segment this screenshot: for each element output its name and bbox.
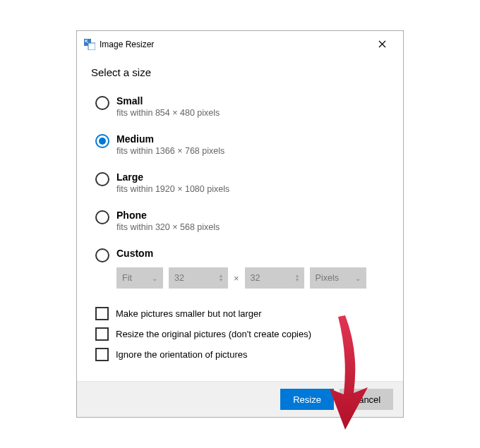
close-button[interactable] [368,35,396,54]
image-resizer-dialog: Image Resizer Select a size Small fits w… [76,30,404,418]
unit-value: Pixels [316,273,339,283]
radio-text: Small fits within 854 × 480 pixels [116,95,220,118]
chevron-down-icon: ⌄ [152,274,157,282]
checkbox-resize-original[interactable]: Resize the original pictures (don't crea… [95,327,389,341]
checkbox-ignore-orientation[interactable]: Ignore the orientation of pictures [95,348,389,361]
radio-text: Medium fits within 1366 × 768 pixels [116,133,224,156]
app-icon [84,39,95,50]
chevron-down-icon: ⌄ [355,274,361,282]
unit-select[interactable]: Pixels ⌄ [310,267,366,289]
radio-text: Phone fits within 320 × 568 pixels [116,210,220,232]
height-value: 32 [251,273,260,283]
checkbox-label: Ignore the orientation of pictures [116,349,247,360]
option-label: Medium [116,133,224,145]
custom-size-controls: Fit ⌄ 32 ▴▾ × 32 ▴▾ Pixels ⌄ [116,267,389,289]
radio-text: Large fits within 1920 × 1080 pixels [116,171,229,194]
checkbox-label: Resize the original pictures (don't crea… [116,329,311,339]
fit-mode-value: Fit [122,273,132,283]
svg-rect-1 [88,43,95,50]
radio-option-medium[interactable]: Medium fits within 1366 × 768 pixels [95,133,389,156]
radio-icon [95,96,109,110]
close-icon [378,39,386,50]
dialog-content: Select a size Small fits within 854 × 48… [77,54,403,381]
option-label: Large [116,171,229,183]
checkbox-smaller-only[interactable]: Make pictures smaller but not larger [95,307,389,320]
resize-button[interactable]: Resize [280,389,334,410]
page-title: Select a size [91,66,389,78]
radio-icon [95,248,109,262]
checkbox-icon [95,327,109,341]
width-value: 32 [174,273,184,283]
option-label: Phone [116,210,220,221]
checkbox-label: Make pictures smaller but not larger [116,308,262,319]
option-label: Small [116,95,220,107]
option-description: fits within 854 × 480 pixels [116,108,220,118]
app-title: Image Resizer [100,40,368,49]
titlebar: Image Resizer [77,31,403,54]
option-description: fits within 320 × 568 pixels [116,222,220,232]
option-description: fits within 1920 × 1080 pixels [116,184,229,194]
radio-icon [95,210,109,224]
times-separator: × [234,273,239,284]
button-bar: Resize Cancel [77,381,403,417]
radio-option-small[interactable]: Small fits within 854 × 480 pixels [95,95,389,118]
radio-option-phone[interactable]: Phone fits within 320 × 568 pixels [95,210,389,232]
checkbox-icon [95,348,109,361]
stepper-icon: ▴▾ [296,274,299,282]
height-input[interactable]: 32 ▴▾ [245,267,304,289]
radio-icon [95,172,109,186]
stepper-icon: ▴▾ [220,274,222,282]
option-label: Custom [116,248,153,259]
width-input[interactable]: 32 ▴▾ [169,267,228,289]
option-description: fits within 1366 × 768 pixels [116,146,224,156]
radio-icon [95,134,109,148]
cancel-button[interactable]: Cancel [340,389,393,410]
fit-mode-select[interactable]: Fit ⌄ [116,267,163,289]
size-options-group: Small fits within 854 × 480 pixels Mediu… [95,95,389,289]
radio-text: Custom [116,248,153,259]
radio-option-custom[interactable]: Custom [95,248,389,262]
checkbox-icon [95,307,109,320]
radio-option-large[interactable]: Large fits within 1920 × 1080 pixels [95,171,389,194]
options-checkboxes: Make pictures smaller but not larger Res… [95,307,389,361]
